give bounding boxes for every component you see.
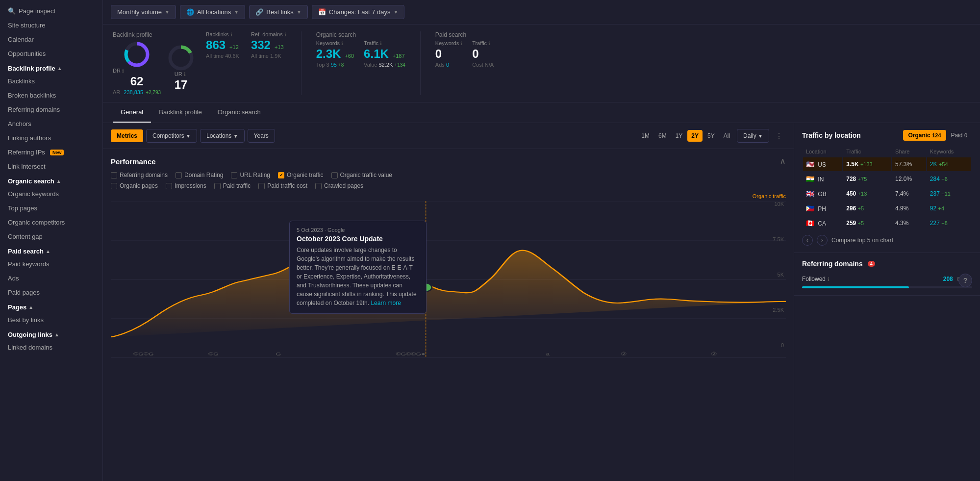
sidebar-item-organic-keywords[interactable]: Organic keywords — [0, 187, 102, 201]
competitors-button[interactable]: Competitors ▼ — [146, 129, 197, 143]
time-2y[interactable]: 2Y — [687, 130, 703, 142]
traffic-by-location-section: Traffic by location Organic 124 Paid 0 — [794, 123, 980, 253]
table-row[interactable]: 🇨🇦 CA 259 +5 4.3% 227 +8 — [803, 216, 971, 230]
sidebar-item-referring-domains[interactable]: Referring domains — [0, 102, 102, 117]
cb-domain-rating[interactable]: Domain Rating — [176, 172, 223, 178]
cb-paid-traffic[interactable]: Paid traffic — [214, 182, 251, 189]
help-button[interactable]: ? — [958, 274, 972, 287]
col-keywords: Keywords — [927, 147, 971, 156]
all-locations-button[interactable]: 🌐 All locations ▼ — [180, 5, 245, 19]
chart-area: 10K 7.5K 5K 2.5K 0 — [103, 201, 794, 358]
sidebar-section-paid-search[interactable]: Paid search ▲ — [0, 244, 102, 257]
flag-icon: 🇮🇳 — [806, 175, 814, 183]
metrics-button[interactable]: Metrics — [111, 129, 143, 142]
traffic-by-location-header: Traffic by location Organic 124 Paid 0 — [802, 130, 972, 141]
cb-box-10 — [315, 183, 322, 189]
sidebar-section-organic-search[interactable]: Organic search ▲ — [0, 174, 102, 187]
sidebar-item-broken-backlinks[interactable]: Broken backlinks — [0, 88, 102, 102]
sidebar-item-content-gap[interactable]: Content gap — [0, 229, 102, 244]
sidebar-item-referring-ips[interactable]: Referring IPs New — [0, 145, 102, 159]
sidebar-item-organic-competitors[interactable]: Organic competitors — [0, 215, 102, 229]
time-5y[interactable]: 5Y — [704, 130, 719, 142]
ref-domains-info[interactable]: ℹ — [284, 32, 286, 37]
svg-text:G: G — [276, 351, 281, 356]
organic-traffic-stat: Traffic ℹ 6.1K +187 Value $2.2K +134 — [364, 40, 405, 68]
cb-url-rating[interactable]: URL Rating — [231, 172, 270, 178]
table-row[interactable]: 🇵🇭 PH 296 +5 4.9% 92 +4 — [803, 202, 971, 215]
prev-arrow[interactable]: ‹ — [802, 235, 813, 246]
tab-organic-search[interactable]: Organic search — [210, 102, 269, 123]
more-options-icon[interactable]: ⋮ — [772, 131, 786, 141]
tooltip-title: October 2023 Core Update — [297, 235, 419, 243]
cb-crawled-pages[interactable]: Crawled pages — [315, 182, 363, 189]
col-share: Share — [892, 147, 926, 156]
checkbox-row-2: Organic pages Impressions Paid traffic P… — [103, 182, 794, 193]
sidebar-item-opportunities[interactable]: Opportunities — [0, 47, 102, 61]
backlink-profile-title: Backlink profile — [113, 31, 194, 38]
cb-box-5 — [331, 172, 338, 178]
tab-backlink-profile[interactable]: Backlink profile — [151, 102, 209, 123]
cb-paid-traffic-cost[interactable]: Paid traffic cost — [258, 182, 307, 189]
time-all[interactable]: All — [720, 130, 734, 142]
time-6m[interactable]: 6M — [654, 130, 671, 142]
table-row[interactable]: 🇬🇧 GB 450 +13 7.4% 237 +11 — [803, 187, 971, 201]
sidebar-item-link-intersect[interactable]: Link intersect — [0, 159, 102, 174]
ur-info-icon[interactable]: ℹ — [184, 72, 186, 77]
sidebar-item-anchors[interactable]: Anchors — [0, 117, 102, 131]
time-1y[interactable]: 1Y — [672, 130, 687, 142]
followed-info-icon[interactable]: ℹ — [828, 277, 829, 282]
svg-text:©G©G: ©G©G — [133, 351, 154, 356]
ref-domains-stat: Ref. domains ℹ 332 +13 All time 1.9K — [251, 31, 286, 59]
cb-organic-traffic[interactable]: ✓ Organic traffic — [278, 172, 323, 178]
chevron-down-icon-2: ▼ — [234, 9, 239, 15]
paid-tab[interactable]: Paid 0 — [946, 130, 973, 141]
sidebar-item-site-structure[interactable]: Site structure — [0, 18, 102, 32]
chart-panel: Metrics Competitors ▼ Locations ▼ Years … — [103, 123, 794, 481]
monthly-volume-button[interactable]: Monthly volume ▼ — [111, 5, 176, 19]
table-row[interactable]: 🇮🇳 IN 728 +75 12.0% 284 +6 — [803, 172, 971, 186]
ur-donut — [168, 45, 194, 71]
compare-row: ‹ › Compare top 5 on chart — [802, 231, 972, 246]
tab-general[interactable]: General — [113, 102, 151, 123]
right-panel: Traffic by location Organic 124 Paid 0 — [794, 123, 980, 481]
sidebar-item-linking-authors[interactable]: Linking authors — [0, 131, 102, 145]
dr-info-icon[interactable]: ℹ — [122, 68, 124, 74]
daily-button[interactable]: Daily ▼ — [737, 129, 769, 143]
sidebar-item-paid-pages[interactable]: Paid pages — [0, 285, 102, 300]
sidebar-section-pages[interactable]: Pages ▲ — [0, 300, 102, 313]
next-arrow[interactable]: › — [817, 235, 828, 246]
sidebar-item-top-pages[interactable]: Top pages — [0, 201, 102, 215]
sidebar-item-ads[interactable]: Ads — [0, 271, 102, 285]
best-links-button[interactable]: 🔗 Best links ▼ — [249, 5, 308, 19]
location-table: Location Traffic Share Keywords 🇺🇸 US 3.… — [802, 146, 972, 231]
paid-search-section: Paid search Keywords ℹ 0 Ads 0 Traffic ℹ… — [435, 31, 494, 95]
sidebar-section-backlink-profile[interactable]: Backlink profile ▲ — [0, 61, 102, 74]
svg-text:©G©©G●: ©G©©G● — [396, 351, 425, 356]
chevron-up-icon: ▲ — [57, 66, 62, 71]
cb-impressions[interactable]: Impressions — [166, 182, 206, 189]
chart-controls: Metrics Competitors ▼ Locations ▼ Years … — [103, 123, 794, 149]
time-1m[interactable]: 1M — [637, 130, 653, 142]
sidebar-item-paid-keywords[interactable]: Paid keywords — [0, 257, 102, 271]
collapse-icon[interactable]: ∧ — [779, 156, 786, 167]
flag-icon: 🇨🇦 — [806, 219, 814, 227]
cb-organic-traffic-value[interactable]: Organic traffic value — [331, 172, 393, 178]
years-button[interactable]: Years — [248, 129, 275, 143]
sidebar-item-backlinks[interactable]: Backlinks — [0, 74, 102, 88]
sidebar-item-linked-domains[interactable]: Linked domains — [0, 340, 102, 354]
chevron-down-icon-7: ▼ — [758, 133, 763, 139]
locations-button[interactable]: Locations ▼ — [200, 129, 245, 143]
sidebar-item-calendar[interactable]: Calendar — [0, 32, 102, 47]
organic-tab[interactable]: Organic 124 — [903, 130, 946, 141]
globe-icon: 🌐 — [186, 8, 194, 16]
sidebar-item-best-by-links[interactable]: Best by links — [0, 313, 102, 327]
changes-button[interactable]: 📅 Changes: Last 7 days ▼ — [312, 5, 405, 19]
learn-more-link[interactable]: Learn more — [371, 300, 401, 306]
backlinks-info[interactable]: ℹ — [230, 32, 232, 37]
sidebar-item-page-inspect[interactable]: 🔍 Page inspect — [0, 4, 102, 18]
sidebar-section-outgoing-links[interactable]: Outgoing links ▲ — [0, 327, 102, 340]
table-row[interactable]: 🇺🇸 US 3.5K +133 57.3% 2K +54 — [803, 157, 971, 171]
nav-tabs: General Backlink profile Organic search — [103, 102, 980, 123]
cb-organic-pages[interactable]: Organic pages — [111, 182, 158, 189]
cb-referring-domains[interactable]: Referring domains — [111, 172, 168, 178]
